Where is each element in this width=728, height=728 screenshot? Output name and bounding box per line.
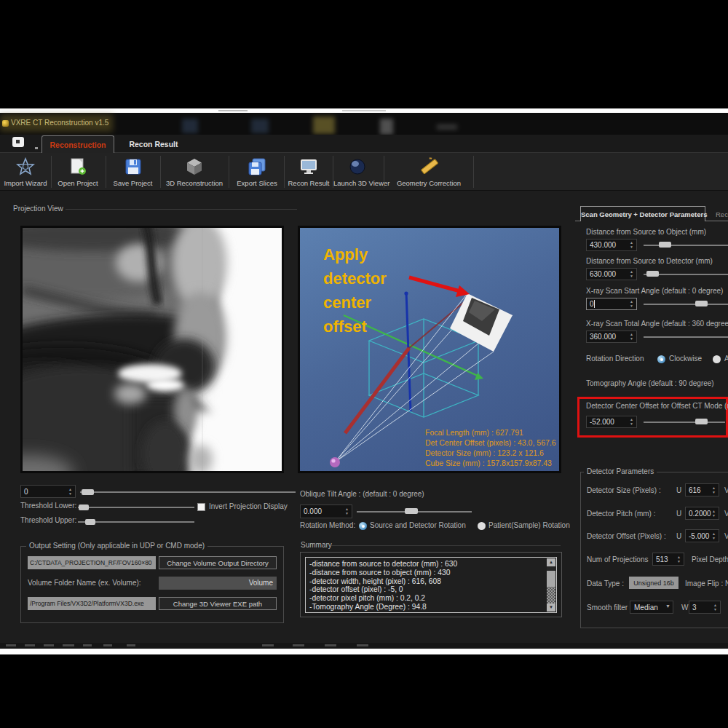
source-detector-rotation-radio[interactable] <box>359 522 367 530</box>
output-setting-label: Output Setting (Only applicable in UDP o… <box>26 542 207 550</box>
projection-image[interactable] <box>20 226 284 473</box>
svg-text:Detector Size (mm) : 123.2 x 1: Detector Size (mm) : 123.2 x 121.6 <box>425 448 544 457</box>
svg-text:center: center <box>323 293 371 312</box>
invert-projection-checkbox[interactable] <box>197 503 205 511</box>
launch-3d-viewer-button[interactable]: Launch 3D Viewer <box>333 154 381 189</box>
export-slices-icon <box>248 157 266 176</box>
num-projections-label: Num of Projections <box>587 555 648 563</box>
geometry-correction-button[interactable]: Geometry Correction <box>386 154 472 189</box>
svg-text:Focal Length (mm) : 627.791: Focal Length (mm) : 627.791 <box>425 428 523 437</box>
spinner-arrows-icon[interactable]: ▲▼ <box>344 505 350 518</box>
change-viewer-exe-button[interactable]: Change 3D Viewer EXE path <box>159 597 277 610</box>
ghost-icon <box>380 119 393 135</box>
data-type-value[interactable]: Unsigned 16b <box>629 577 678 589</box>
clockwise-label: Clockwise <box>669 355 702 363</box>
detector-center-offset-label: Detector Center Offset for Offset CT Mod… <box>586 402 728 410</box>
anticlockwise-radio[interactable] <box>713 355 721 363</box>
summary-box: -distance from source to detector (mm) :… <box>300 552 562 617</box>
note-icon[interactable] <box>12 137 24 147</box>
detector-offset-label: Detector Offset (Pixels) : <box>587 532 666 540</box>
oblique-angle-spinner[interactable]: 0.000 ▲▼ <box>300 505 352 518</box>
smooth-filter-dropdown[interactable]: Median ▼ <box>630 601 673 614</box>
change-output-directory-button[interactable]: Change Volume Output Directory <box>159 556 277 569</box>
patient-rotation-radio[interactable] <box>478 522 486 530</box>
summary-list[interactable]: -distance from source to detector (mm) :… <box>305 557 557 613</box>
svg-text:Cube Size (mm) : 157.8x157.9x8: Cube Size (mm) : 157.8x157.9x87.43 <box>425 459 552 467</box>
svg-text:offset: offset <box>323 317 368 336</box>
tab-recon-result[interactable]: Recon Result <box>121 135 186 154</box>
3d-reconstruction-button[interactable]: 3D Reconstruction <box>162 154 227 189</box>
red-beam <box>345 348 409 433</box>
detector-size-u-field[interactable]: 616 ▲▼ <box>685 483 719 496</box>
open-project-button[interactable]: Open Project <box>52 154 103 189</box>
data-type-label: Data Type : <box>587 579 624 587</box>
detector-offset-u-field[interactable]: -5.000 ▲▼ <box>685 529 719 542</box>
threshold-upper-label: Threshold Upper: <box>20 516 76 524</box>
scroll-down-icon[interactable]: ▼ <box>547 604 555 612</box>
detector-pitch-label: Detector Pitch (mm) : <box>587 510 655 518</box>
tab-scan-geometry[interactable]: Scan Geometry + Detector Parameters <box>580 206 705 221</box>
cube-icon <box>185 157 204 176</box>
total-angle-spinner[interactable]: 360.000 ▲▼ <box>586 331 637 343</box>
toolbar: Import Wizard Open Project Save Project … <box>0 153 728 191</box>
summary-scrollbar[interactable]: ▲ ▼ <box>547 558 555 612</box>
annotation-arrow <box>409 277 460 291</box>
dist-source-object-label: Distance from Source to Object (mm) <box>586 228 706 236</box>
main-tab-bar: Reconstruction Recon Result <box>0 135 728 153</box>
volume-folder-label: Volume Folder Name (ex. Volume): <box>28 579 141 587</box>
bottom-black-area <box>0 654 728 728</box>
recon-result-button[interactable]: Recon Result <box>286 154 331 189</box>
dist-source-detector-label: Distance from Source to Detector (mm) <box>586 257 713 265</box>
tab-recon-params[interactable]: Recon <box>716 210 728 218</box>
ghost-icon <box>251 119 269 133</box>
clockwise-radio[interactable] <box>657 355 665 363</box>
pixel-depth-label: Pixel Depth ( <box>692 555 728 563</box>
tomography-angle-label: Tomography Angle (default : 90 degree) <box>586 379 714 387</box>
svg-text:Det Center Offset (pixels) : 4: Det Center Offset (pixels) : 43.0, 567.6 <box>425 438 556 447</box>
threshold-lower-label: Threshold Lower: <box>20 502 76 510</box>
output-directory-field[interactable]: C:/CTDATA_PROJECTION_RF/FOV160×80 <box>28 556 156 569</box>
summary-label: Summary <box>301 541 332 549</box>
geometry-stats-text: Focal Length (mm) : 627.791 Det Center O… <box>425 428 556 467</box>
import-wizard-button[interactable]: Import Wizard <box>1 154 50 189</box>
tab-reconstruction[interactable]: Reconstruction <box>41 135 114 154</box>
volume-folder-input[interactable]: Volume <box>159 577 277 590</box>
export-slices-button[interactable]: Export Slices <box>232 154 282 189</box>
oblique-angle-label: Oblique Tilt Angle : (default : 0 degree… <box>300 490 424 498</box>
detector-center-offset-spinner[interactable]: -52.000 ▲▼ <box>586 416 637 428</box>
num-projections-field[interactable]: 513 ▲▼ <box>652 553 684 566</box>
monitor-icon <box>299 157 318 176</box>
save-project-button[interactable]: Save Project <box>108 154 158 189</box>
app-icon <box>2 120 9 127</box>
svg-text:Apply: Apply <box>323 245 368 264</box>
start-angle-spinner[interactable]: 0 ▲▼ <box>586 298 637 310</box>
frame-spinner[interactable]: 0 ▲▼ <box>20 485 76 498</box>
w-field[interactable]: 3 ▲▼ <box>689 601 721 614</box>
dist-source-object-spinner[interactable]: 430.000 ▲▼ <box>586 239 637 251</box>
scroll-up-icon[interactable]: ▲ <box>547 558 555 566</box>
ghost-icon <box>313 116 335 134</box>
ghost-icon <box>182 119 198 133</box>
dist-source-detector-spinner[interactable]: 630.000 ▲▼ <box>586 268 637 280</box>
source-detector-rotation-label: Source and Detector Rotation <box>370 521 466 529</box>
ghost-icon <box>437 124 457 130</box>
start-angle-label: X-ray Scan Start Angle (default : 0 degr… <box>586 287 723 295</box>
total-angle-label: X-ray Scan Total Angle (default : 360 de… <box>586 320 728 328</box>
app-window: VXRE CT Reconstruction v1.5 Reconstructi… <box>0 113 728 643</box>
ruler-pencil-icon <box>419 157 438 176</box>
image-flip-label: Image Flip : N <box>685 579 728 587</box>
spinner-arrows-icon[interactable]: ▲▼ <box>67 486 74 497</box>
sphere-icon <box>348 157 367 176</box>
dropdown-mark-icon[interactable] <box>35 147 38 149</box>
anticlockwise-label: A <box>724 355 728 363</box>
annotation-text: Apply detector center offset <box>323 245 387 336</box>
rotation-method-label: Rotation Method: <box>300 521 355 529</box>
top-black-area <box>0 0 728 108</box>
rotation-direction-label: Rotation Direction <box>586 355 644 363</box>
scrollbar-thumb[interactable] <box>547 571 555 587</box>
viewer-exe-path-field[interactable]: /Program Files/VX3D2/PlatformVX3D.exe <box>28 597 156 610</box>
title-bar[interactable]: VXRE CT Reconstruction v1.5 <box>0 113 728 135</box>
detector-pitch-u-field[interactable]: 0.2000 ▲▼ <box>685 507 719 520</box>
3d-geometry-view[interactable]: Apply detector center offset Focal Lengt… <box>298 226 561 473</box>
patient-rotation-label: Patient(Sample) Rotation <box>488 521 570 529</box>
